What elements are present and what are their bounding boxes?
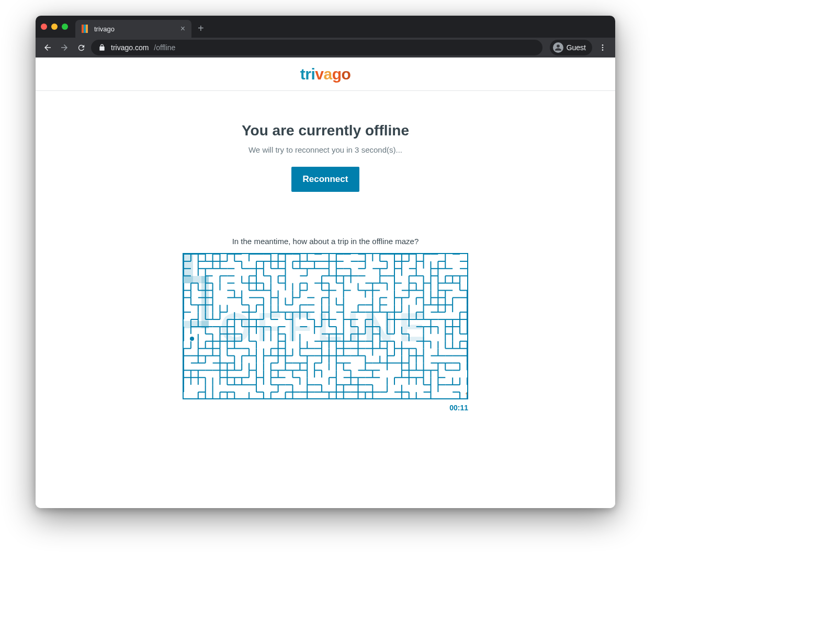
browser-menu-button[interactable] [595, 40, 610, 55]
maze-timer: 00:11 [183, 404, 468, 412]
new-tab-button[interactable]: + [198, 22, 204, 34]
profile-chip[interactable]: Guest [550, 40, 592, 55]
maze-container: OFFLINE 00:11 [183, 253, 468, 412]
url-path: /offline [154, 43, 175, 52]
browser-tab[interactable]: trivago × [75, 20, 191, 38]
lock-icon [98, 44, 106, 51]
profile-label: Guest [567, 43, 586, 52]
arrow-left-icon [43, 43, 52, 52]
maze-player-dot [190, 337, 194, 341]
tab-title: trivago [94, 25, 176, 33]
window-maximize-button[interactable] [62, 24, 68, 30]
maze-trail [184, 321, 209, 328]
svg-point-2 [602, 49, 604, 51]
page-content: trivago You are currently offline We wil… [36, 58, 615, 508]
browser-tab-strip: trivago × + [36, 16, 615, 38]
browser-window: trivago × + trivago.com/offline Guest [36, 16, 615, 508]
offline-panel: You are currently offline We will try to… [36, 91, 615, 412]
close-tab-button[interactable]: × [180, 25, 185, 33]
svg-point-1 [602, 47, 604, 49]
window-minimize-button[interactable] [51, 24, 58, 30]
reconnect-countdown-text: We will try to reconnect you in 3 second… [36, 145, 615, 154]
forward-button[interactable] [58, 41, 71, 54]
reload-icon [77, 43, 86, 52]
site-header: trivago [36, 58, 615, 91]
back-button[interactable] [41, 41, 54, 54]
svg-point-0 [602, 44, 604, 46]
reload-button[interactable] [74, 41, 88, 54]
address-bar[interactable]: trivago.com/offline [91, 40, 542, 55]
window-close-button[interactable] [41, 24, 47, 30]
maze-trail [201, 276, 209, 328]
arrow-right-icon [60, 43, 69, 52]
maze-intro-text: In the meantime, how about a trip in the… [36, 237, 615, 246]
vertical-dots-icon [598, 43, 607, 52]
offline-heading: You are currently offline [36, 122, 615, 139]
guest-avatar-icon [553, 42, 563, 53]
browser-toolbar: trivago.com/offline Guest [36, 38, 615, 58]
offline-maze-game[interactable]: OFFLINE [183, 253, 468, 399]
reconnect-button[interactable]: Reconnect [291, 167, 360, 192]
window-controls [41, 24, 68, 30]
trivago-logo[interactable]: trivago [300, 65, 351, 83]
maze-walls-icon [184, 254, 467, 399]
url-host: trivago.com [111, 43, 149, 52]
trivago-favicon-icon [82, 25, 90, 33]
